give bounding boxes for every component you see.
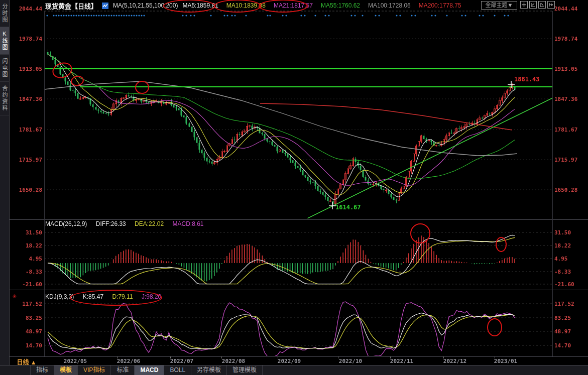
date-tick [443, 356, 444, 358]
pan-icon[interactable] [520, 1, 528, 9]
date-label: 2022/05 [64, 358, 87, 364]
date-tick [63, 356, 63, 358]
ma-value: MA200:1778.75 [419, 2, 461, 9]
date-tick [117, 356, 117, 358]
axis-label: 48.97 [9, 328, 42, 335]
ma-value: MA21:1817.57 [274, 2, 313, 9]
footer-tab-指标[interactable]: 指标 [30, 365, 54, 375]
axis-label: 31.50 [554, 229, 587, 236]
axis-label: 1715.97 [554, 157, 587, 163]
date-tick [495, 356, 495, 358]
scale-x-icon[interactable] [529, 1, 537, 9]
axis-label: 1978.74 [554, 36, 587, 42]
footer-tab-VIP指标[interactable]: VIP指标 [78, 365, 111, 375]
footer-tab-管理模板[interactable]: 管理模板 [227, 365, 263, 375]
axis-label: 1913.05 [9, 66, 42, 72]
ma-values-group: MA5:1859.81MA10:1839.38MA21:1817.57MA55:… [182, 2, 461, 9]
footer-tab-标准[interactable]: 标准 [111, 365, 135, 375]
axis-label: 1715.97 [9, 157, 42, 163]
footer-tab-另存模板[interactable]: 另存模板 [191, 365, 227, 375]
axis-label: 1847.36 [554, 96, 587, 102]
ma-value: MA55:1760.62 [321, 2, 360, 9]
alert-icon: ✳ [12, 293, 17, 300]
axis-label: 83.25 [9, 315, 42, 321]
macd-value: MACD:8.61 [172, 220, 203, 227]
axis-label: 117.52 [554, 301, 587, 307]
date-label: 2023/01 [494, 358, 517, 364]
sidebar-tab-K线图[interactable]: K线图 [0, 27, 9, 55]
diff-value: DIFF:26.33 [96, 220, 126, 227]
ma-value: MA10:1839.38 [226, 2, 266, 9]
axis-label: -8.33 [554, 269, 587, 275]
sidebar-tab-分时图[interactable]: 分时图 [0, 0, 9, 27]
panel-separator[interactable] [9, 219, 588, 220]
right-plot-border [552, 11, 553, 356]
left-plot-border [44, 11, 45, 356]
theme-selector-button[interactable]: 全部主题▼ [481, 1, 517, 10]
axis-label: 83.25 [554, 315, 587, 321]
date-label: 2022/11 [390, 358, 413, 364]
kdj-name: KDJ(9,3,3) [45, 293, 74, 300]
date-label: 2022/10 [339, 358, 362, 364]
axis-label: -21.60 [9, 281, 42, 288]
window-icon-group [520, 1, 555, 9]
d-value: D:79.11 [112, 293, 133, 300]
axis-label: 1781.67 [554, 127, 587, 133]
date-label: 2022/12 [443, 358, 466, 364]
axis-label: -21.60 [554, 281, 587, 288]
sidebar-tab-闪电图[interactable]: 闪电图 [0, 55, 9, 82]
date-label: 2022/09 [278, 358, 301, 364]
macd-name: MACD(26,12,9) [45, 220, 87, 227]
axis-label: 1781.67 [9, 127, 42, 133]
ma-params-label: MA(5,10,21,55,100,200) [113, 2, 178, 9]
chart-canvas[interactable] [0, 0, 588, 375]
axis-label: 1847.36 [9, 96, 42, 102]
axis-label: 48.97 [554, 328, 587, 335]
symbol-title: 现货黄金【日线】 [45, 1, 97, 11]
axis-label: 4.95 [554, 256, 587, 262]
ma-value: MA100:1728.06 [368, 2, 411, 9]
date-label: 2022/07 [170, 358, 193, 364]
dea-value: DEA:22.02 [135, 220, 164, 227]
sidebar-tab-合约资料[interactable]: 合约资料 [0, 82, 9, 115]
axis-label: 1978.74 [9, 36, 42, 42]
panel-separator[interactable] [9, 290, 588, 290]
axis-label: 1650.28 [9, 187, 42, 193]
axis-label: 4.95 [9, 256, 42, 262]
ma-value: MA5:1859.81 [182, 2, 218, 9]
date-tick [390, 356, 391, 358]
axis-label: 14.70 [554, 342, 587, 349]
date-tick [338, 356, 338, 358]
axis-label: 1650.28 [554, 187, 587, 193]
footer-tab-MACD[interactable]: MACD [135, 365, 164, 375]
axis-label: -8.33 [9, 269, 42, 275]
date-axis-border [9, 356, 588, 357]
axis-label: 31.50 [9, 229, 42, 236]
kdj-indicator-label: KDJ(9,3,3) K:85.47 D:79.11 J:98.20 [45, 293, 168, 300]
axis-label: 18.22 [554, 242, 587, 249]
date-label: 2022/08 [222, 358, 245, 364]
scale-y-icon[interactable] [538, 1, 546, 9]
axis-label: 18.22 [9, 242, 42, 249]
left-sidebar: 分时图K线图闪电图合约资料 [0, 0, 10, 375]
date-tick [278, 356, 278, 358]
high-price-label: 1881.43 [514, 76, 540, 83]
exit-chart-icon[interactable] [547, 1, 555, 9]
date-label: 2022/06 [117, 358, 140, 364]
axis-label: 14.70 [9, 342, 42, 349]
axis-label: 117.52 [9, 301, 42, 307]
bottom-toolbar: 指标模板VIP指标标准MACDBOLL另存模板管理模板 [0, 365, 588, 375]
axis-label: 1913.05 [554, 66, 587, 72]
macd-indicator-label: MACD(26,12,9) DIFF:26.33 DEA:22.02 MACD:… [45, 220, 211, 227]
footer-tab-模板[interactable]: 模板 [54, 365, 78, 375]
trading-app-window: 分时图K线图闪电图合约资料 现货黄金【日线】 MA(5,10,21,55,100… [0, 0, 588, 375]
chart-icon [102, 3, 108, 9]
date-tick [221, 356, 222, 358]
date-tick [170, 356, 171, 358]
low-price-label: 1614.67 [335, 204, 361, 211]
footer-tab-BOLL[interactable]: BOLL [164, 365, 191, 375]
j-value: J:98.20 [142, 293, 161, 300]
k-value: K:85.47 [83, 293, 103, 300]
